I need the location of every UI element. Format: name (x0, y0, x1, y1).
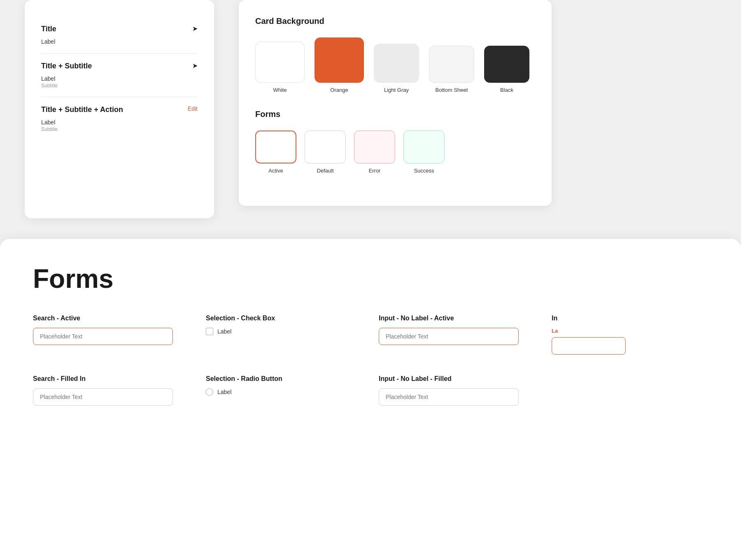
form-section-input-no-label-active: Input - No Label - Active (379, 315, 519, 355)
bottom-section: Forms Search - Active Selection - Check … (0, 239, 741, 560)
card-bg-title: Card Background (255, 16, 535, 26)
form-swatch-active: Active (255, 131, 296, 174)
list-item-title-subtitle: Title + Subtitle ➤ Label Subtitle (41, 54, 198, 97)
right-card: Card Background White Orange Light Gray … (239, 0, 552, 206)
form-swatch-error-box[interactable] (354, 131, 395, 163)
forms-swatches: Active Default Error Success (255, 131, 535, 174)
swatch-bottom-sheet-label: Bottom Sheet (436, 87, 468, 93)
form-swatch-error-label: Error (369, 168, 381, 174)
swatch-white-label: White (273, 87, 287, 93)
list-item-title-subtitle-action: Title + Subtitle + Action Edit Label Sub… (41, 97, 198, 140)
checkbox-title: Selection - Check Box (206, 315, 346, 322)
search-filled-title: Search - Filled In (33, 375, 173, 383)
swatch-orange: Orange (315, 37, 364, 93)
swatch-bottom-sheet: Bottom Sheet (429, 46, 474, 93)
forms-title: Forms (255, 110, 535, 119)
form-swatch-active-box[interactable] (255, 131, 296, 163)
input-no-label-active-input[interactable] (379, 328, 519, 345)
swatch-white: White (255, 42, 305, 93)
swatch-black-label: Black (500, 87, 513, 93)
form-swatch-active-label: Active (268, 168, 283, 174)
search-active-title: Search - Active (33, 315, 173, 322)
search-filled-input[interactable] (33, 388, 173, 406)
checkbox-box[interactable] (206, 328, 213, 335)
radio-title: Selection - Radio Button (206, 375, 346, 383)
form-swatch-error: Error (354, 131, 395, 174)
item-subtitle-2: Subtitle (41, 83, 198, 89)
input-no-label-filled-input[interactable] (379, 388, 519, 406)
edit-action[interactable]: Edit (188, 105, 198, 112)
form-section-input-no-label-filled: Input - No Label - Filled (379, 375, 519, 406)
swatch-light-gray: Light Gray (374, 44, 419, 93)
item-label-2: Label (41, 75, 198, 82)
item-title-2: Title + Subtitle (41, 62, 92, 70)
form-section-radio: Selection - Radio Button Label (206, 375, 346, 406)
search-active-input[interactable] (33, 328, 173, 345)
swatch-black-box[interactable] (484, 46, 529, 83)
swatch-white-box[interactable] (255, 42, 305, 83)
form-swatch-success-label: Success (414, 168, 434, 174)
left-card: Title ➤ Label Title + Subtitle ➤ Label S… (25, 0, 214, 218)
form-swatch-success: Success (403, 131, 445, 174)
form-swatch-success-box[interactable] (403, 131, 445, 163)
form-section-search-active: Search - Active (33, 315, 173, 355)
radio-item[interactable]: Label (206, 388, 346, 396)
swatch-orange-box[interactable] (315, 37, 364, 83)
form-swatch-default-label: Default (317, 168, 333, 174)
partial-label: La (552, 328, 692, 334)
swatch-black: Black (484, 46, 529, 93)
swatch-light-gray-box[interactable] (374, 44, 419, 83)
item-label-1: Label (41, 38, 198, 45)
form-section-checkbox: Selection - Check Box Label (206, 315, 346, 355)
partial-title: In (552, 315, 692, 322)
form-section-partial: In La (552, 315, 692, 355)
nav-icon-2: ➤ (192, 62, 198, 70)
form-section-search-filled: Search - Filled In (33, 375, 173, 406)
item-title-3: Title + Subtitle + Action (41, 105, 123, 114)
form-swatch-default-box[interactable] (305, 131, 346, 163)
swatch-orange-label: Orange (330, 87, 348, 93)
forms-grid: Search - Active Selection - Check Box La… (33, 315, 708, 406)
radio-circle[interactable] (206, 388, 213, 396)
radio-label: Label (217, 389, 231, 395)
list-item-title: Title ➤ Label (41, 16, 198, 54)
checkbox-item[interactable]: Label (206, 328, 346, 335)
input-no-label-active-title: Input - No Label - Active (379, 315, 519, 322)
input-no-label-filled-title: Input - No Label - Filled (379, 375, 519, 383)
forms-section: Forms Active Default Error Success (255, 110, 535, 174)
item-title-1: Title (41, 25, 56, 33)
card-background-section: Card Background White Orange Light Gray … (255, 16, 535, 93)
swatch-bottom-sheet-box[interactable] (429, 46, 474, 83)
swatch-light-gray-label: Light Gray (384, 87, 409, 93)
checkbox-label: Label (217, 328, 231, 335)
nav-icon-1: ➤ (192, 25, 198, 33)
color-swatches: White Orange Light Gray Bottom Sheet Bla… (255, 37, 535, 93)
partial-input[interactable] (552, 337, 626, 355)
form-swatch-default: Default (305, 131, 346, 174)
page-title: Forms (33, 264, 708, 294)
item-label-3: Label (41, 119, 198, 126)
item-subtitle-3: Subtitle (41, 126, 198, 132)
